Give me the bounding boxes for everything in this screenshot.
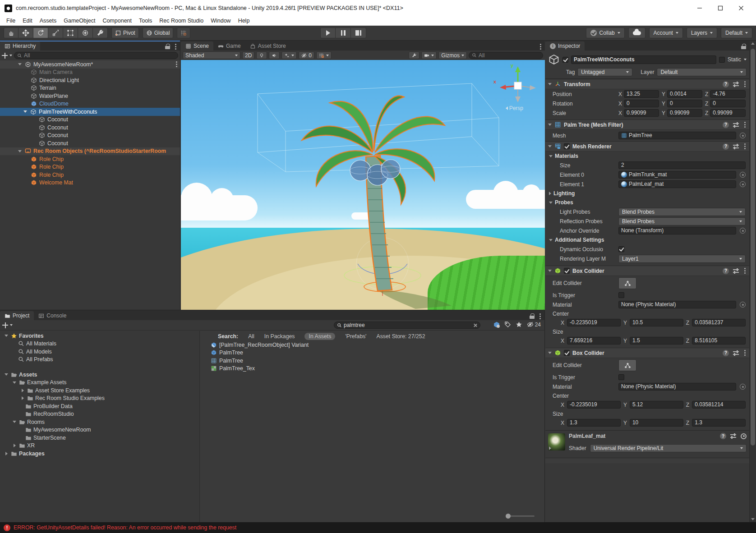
light-probes-dropdown[interactable]: Blend Probes [618, 208, 746, 216]
result-palmtree-recroomobject-variant[interactable]: [PalmTree_RecRoomObject] Variant [200, 341, 544, 349]
folder-myawesomenewroom[interactable]: MyAwesomeNewRoom [0, 426, 199, 434]
hierarchy-item-coconut-2[interactable]: Coconut [0, 124, 180, 132]
effects-dropdown[interactable] [281, 51, 297, 59]
hierarchy-item-welcome-mat[interactable]: Welcome Mat [0, 179, 180, 187]
help-icon[interactable]: ? [723, 143, 729, 150]
shading-mode-dropdown[interactable]: Shaded [183, 51, 240, 59]
icon-size-slider[interactable] [507, 515, 535, 517]
move-tool-button[interactable] [18, 28, 33, 38]
materials-size-field[interactable]: 2 [618, 161, 746, 169]
lock-icon[interactable] [741, 44, 747, 50]
probes-foldout[interactable]: Probes [555, 199, 573, 206]
menu-assets[interactable]: Assets [36, 16, 60, 25]
create-asset-dropdown-arrow[interactable] [10, 324, 13, 326]
favorites-all-prefabs[interactable]: All Prefabs [0, 356, 199, 364]
project-search-input[interactable]: palmtree [334, 322, 480, 329]
collider2-center-x-field[interactable]: -0.2235019 [567, 401, 621, 409]
presets-icon[interactable] [730, 433, 737, 439]
folder-probuilder-data[interactable]: ProBuilder Data [0, 402, 199, 410]
collider1-size-y-field[interactable]: 1.5 [630, 337, 683, 345]
layer-dropdown[interactable]: Default [657, 68, 747, 76]
favorites-root[interactable]: Favorites [0, 332, 199, 340]
component-menu-icon[interactable] [743, 267, 747, 275]
collider1-center-y-field[interactable]: 10.5 [630, 319, 683, 326]
rotation-z-field[interactable]: 0 [710, 100, 746, 107]
favorites-all-models[interactable]: All Models [0, 348, 199, 356]
layers-dropdown[interactable]: Layers [687, 28, 717, 38]
hierarchy-subscene-rec-room-objects[interactable]: Rec Room Objects (^RecRoomStudioStarterR… [0, 147, 180, 156]
custom-tool-button[interactable] [93, 28, 108, 38]
result-palmtree-prefab[interactable]: PalmTree [200, 349, 544, 357]
element1-object-field[interactable]: PalmLeaf_mat [618, 180, 736, 188]
element0-object-field[interactable]: PalmTrunk_mat [618, 171, 736, 179]
pause-button[interactable] [336, 28, 351, 38]
menu-edit[interactable]: Edit [19, 16, 36, 25]
lighting-toggle[interactable] [256, 51, 267, 59]
favorites-all-materials[interactable]: All Materials [0, 340, 199, 348]
close-button[interactable] [731, 0, 751, 16]
menu-gameobject[interactable]: GameObject [60, 16, 99, 25]
reflection-probes-dropdown[interactable]: Blend Probes [618, 217, 746, 225]
box-collider-1-enabled-checkbox[interactable] [564, 268, 570, 274]
help-icon[interactable]: ? [723, 268, 729, 274]
orientation-gizmo[interactable]: y x [497, 64, 539, 106]
scene-search-input[interactable]: All [469, 52, 543, 59]
position-x-field[interactable]: 13.25 [624, 90, 659, 98]
is-trigger-checkbox[interactable] [618, 374, 624, 380]
folder-xr[interactable]: XR [0, 442, 199, 450]
collider1-size-z-field[interactable]: 8.516105 [692, 337, 746, 345]
folder-recroomstudio[interactable]: RecRoomStudio [0, 410, 199, 418]
object-picker-icon[interactable] [740, 228, 746, 234]
create-dropdown-arrow[interactable] [9, 55, 12, 56]
folder-starterscene[interactable]: StarterScene [0, 434, 199, 442]
tab-project[interactable]: Project [0, 311, 34, 320]
tab-inspector[interactable]: i Inspector [545, 41, 585, 51]
hierarchy-item-clouddome[interactable]: CloudDome [0, 100, 180, 108]
perspective-label[interactable]: Persp [506, 105, 523, 111]
anchor-override-field[interactable]: None (Transform) [618, 227, 736, 234]
folder-example-assets[interactable]: Example Assets [0, 379, 199, 387]
box-collider-2-header[interactable]: Box Collider ? [545, 348, 749, 358]
panel-menu-icon[interactable] [539, 43, 542, 51]
layout-dropdown[interactable]: Default [721, 28, 752, 38]
hierarchy-item-directional-light[interactable]: Directional Light [0, 76, 180, 84]
result-palmtree-tex[interactable]: PalmTree_Tex [200, 365, 544, 373]
rect-tool-button[interactable] [63, 28, 78, 38]
scope-in-assets[interactable]: In Assets [304, 333, 335, 340]
scope-asset-store[interactable]: Asset Store: 27/252 [376, 333, 425, 340]
status-bar[interactable]: ! ERROR: GetUnityAssetDetails failed! Re… [0, 522, 756, 533]
gizmos-dropdown[interactable]: Gizmos [438, 51, 467, 59]
tab-asset-store[interactable]: Asset Store [245, 41, 290, 51]
cloud-services-button[interactable] [628, 28, 645, 38]
hierarchy-item-role-chip-2[interactable]: Role Chip [0, 163, 180, 171]
collab-dropdown[interactable]: Collab [586, 28, 625, 38]
global-toggle[interactable]: Global [143, 28, 174, 38]
collider2-size-y-field[interactable]: 10 [630, 419, 683, 427]
menu-component[interactable]: Component [99, 16, 135, 25]
tab-console[interactable]: Console [34, 311, 71, 320]
object-picker-icon[interactable] [740, 133, 746, 138]
position-y-field[interactable]: 0.0014 [667, 90, 702, 98]
mesh-object-field[interactable]: PalmTree [618, 132, 736, 139]
scene-menu-icon[interactable] [175, 60, 178, 68]
help-icon[interactable]: ? [723, 122, 729, 128]
collider2-center-z-field[interactable]: 0.03581214 [692, 401, 746, 409]
component-menu-icon[interactable] [743, 80, 747, 88]
gizmo-x-label[interactable]: x [493, 79, 496, 84]
hand-tool-button[interactable] [4, 28, 18, 38]
gizmo-y-label[interactable]: y [511, 63, 513, 68]
lock-icon[interactable] [530, 313, 535, 319]
scope-in-packages[interactable]: In Packages [264, 333, 295, 340]
box-collider-1-header[interactable]: Box Collider ? [545, 266, 749, 276]
additional-settings-foldout[interactable]: Additional Settings [555, 237, 604, 243]
collider1-center-z-field[interactable]: 0.03581237 [692, 319, 746, 326]
maximize-button[interactable] [710, 0, 731, 16]
hierarchy-item-role-chip-1[interactable]: Role Chip [0, 155, 180, 163]
help-icon[interactable]: ? [723, 81, 729, 87]
static-dropdown-arrow[interactable] [744, 59, 747, 60]
object-picker-icon[interactable] [740, 181, 746, 187]
hierarchy-item-waterplane[interactable]: WaterPlane [0, 92, 180, 100]
hierarchy-item-coconut-1[interactable]: Coconut [0, 116, 180, 124]
result-palmtree-mesh[interactable]: PalmTree [200, 357, 544, 365]
audio-toggle[interactable] [269, 51, 280, 59]
